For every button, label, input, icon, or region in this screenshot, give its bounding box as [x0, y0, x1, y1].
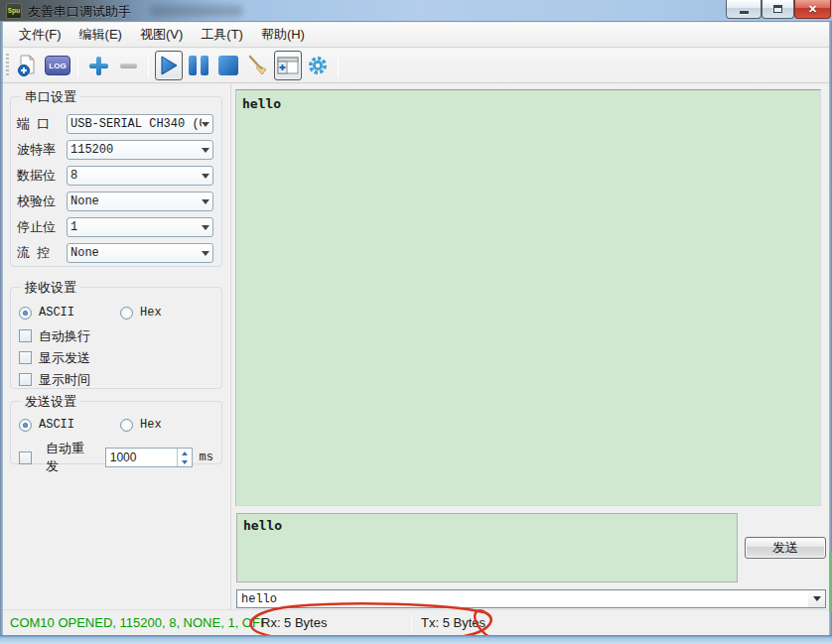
auto-resend-row: 自动重发 1000 ms — [19, 440, 213, 475]
close-button[interactable]: ✕ — [794, 0, 831, 19]
baudrate-row: 波特率 115200 — [17, 140, 213, 160]
send-hex-label: Hex — [140, 418, 162, 432]
receive-terminal[interactable]: hello — [235, 89, 821, 506]
databits-row: 数据位 8 — [17, 166, 213, 186]
maximize-button[interactable] — [762, 0, 794, 19]
send-ascii-radio[interactable] — [19, 419, 32, 432]
baudrate-label: 波特率 — [17, 141, 67, 159]
menubar: 文件(F) 编辑(E) 视图(V) 工具(T) 帮助(H) — [3, 23, 829, 48]
auto-newline-checkbox[interactable] — [19, 329, 32, 342]
receive-settings-group: 接收设置 ASCII Hex 自动换行 显示发送 显示时间 — [10, 287, 222, 389]
receive-hex-radio[interactable] — [120, 307, 133, 320]
glass-blur-artifact — [149, 5, 243, 17]
combo-dropdown-button[interactable] — [808, 590, 825, 607]
remove-button[interactable] — [114, 51, 142, 80]
window-border-bottom — [0, 635, 832, 644]
send-ascii-label: ASCII — [39, 418, 74, 432]
menu-file[interactable]: 文件(F) — [10, 23, 70, 47]
auto-resend-checkbox[interactable] — [19, 451, 32, 464]
settings-panel: 串口设置 端 口 USB-SERIAL CH340 (COM10 波特率 115… — [3, 83, 231, 609]
auto-newline-row: 自动换行 — [19, 327, 213, 344]
show-time-label: 显示时间 — [39, 371, 90, 389]
chevron-down-icon — [202, 148, 209, 153]
receive-ascii-radio[interactable] — [19, 307, 32, 320]
stop-button[interactable] — [214, 51, 242, 80]
resend-interval-value[interactable]: 1000 — [106, 449, 177, 466]
combo-value: hello — [241, 592, 277, 606]
menu-help[interactable]: 帮助(H) — [252, 23, 314, 47]
play-icon — [158, 55, 180, 76]
auto-resend-label: 自动重发 — [46, 440, 96, 475]
minimize-icon — [740, 11, 749, 14]
show-send-checkbox[interactable] — [19, 351, 32, 364]
menu-view[interactable]: 视图(V) — [131, 23, 192, 47]
start-button[interactable] — [155, 51, 183, 80]
pause-icon — [189, 56, 208, 75]
pause-button[interactable] — [185, 51, 212, 80]
panel-icon — [277, 56, 299, 75]
toolbar: LOG — [3, 49, 829, 83]
flowcontrol-select[interactable]: None — [67, 243, 213, 263]
minimize-button[interactable] — [726, 0, 762, 19]
parity-label: 校验位 — [17, 193, 67, 210]
receive-settings-title: 接收设置 — [21, 279, 80, 297]
send-settings-title: 发送设置 — [21, 393, 80, 411]
send-settings-group: 发送设置 ASCII Hex 自动重发 1000 — [10, 401, 222, 464]
port-label: 端 口 — [17, 115, 67, 133]
titlebar[interactable]: Spu 友善串口调试助手 ✕ — [0, 0, 832, 22]
app-icon: Spu — [6, 3, 22, 19]
databits-select[interactable]: 8 — [67, 166, 213, 186]
show-send-label: 显示发送 — [39, 349, 90, 367]
parity-select[interactable]: None — [67, 192, 213, 211]
resend-interval-spinner[interactable]: 1000 — [105, 448, 193, 467]
toggle-panel-button[interactable] — [274, 51, 302, 80]
serial-settings-group: 串口设置 端 口 USB-SERIAL CH340 (COM10 波特率 115… — [10, 96, 222, 267]
toolbar-separator — [338, 54, 339, 77]
menu-edit[interactable]: 编辑(E) — [70, 23, 131, 47]
main-content: 串口设置 端 口 USB-SERIAL CH340 (COM10 波特率 115… — [3, 83, 829, 609]
minus-icon — [120, 64, 137, 68]
maximize-icon — [773, 5, 782, 13]
spin-down-icon[interactable] — [178, 457, 192, 466]
show-time-checkbox[interactable] — [19, 373, 32, 386]
stopbits-select[interactable]: 1 — [67, 217, 213, 237]
gear-icon — [306, 54, 330, 77]
receive-mode-row: ASCII Hex — [19, 304, 213, 322]
settings-button[interactable] — [304, 51, 332, 80]
new-file-icon — [16, 54, 40, 77]
send-hex-radio[interactable] — [120, 419, 133, 432]
plus-icon — [89, 57, 108, 75]
window-title: 友善串口调试助手 — [28, 3, 131, 21]
stopbits-row: 停止位 1 — [17, 217, 213, 237]
close-icon: ✕ — [808, 3, 817, 16]
chevron-down-icon — [813, 596, 821, 601]
broom-icon — [246, 54, 270, 77]
chevron-down-icon — [202, 174, 209, 179]
connection-status: COM10 OPENED, 115200, 8, NONE, 1, OFF — [3, 615, 251, 630]
add-button[interactable] — [84, 51, 112, 80]
send-history-combo[interactable]: hello — [236, 589, 826, 608]
port-row: 端 口 USB-SERIAL CH340 (COM10 — [17, 114, 213, 134]
show-send-row: 显示发送 — [19, 349, 213, 366]
flowcontrol-label: 流 控 — [17, 244, 67, 262]
clear-button[interactable] — [244, 51, 272, 80]
port-select[interactable]: USB-SERIAL CH340 (COM10 — [67, 114, 213, 134]
spin-up-icon[interactable] — [178, 449, 192, 457]
log-window-button[interactable]: LOG — [44, 51, 71, 80]
tx-bytes-counter: Tx: 5 Bytes — [412, 615, 561, 630]
statusbar: COM10 OPENED, 115200, 8, NONE, 1, OFF Rx… — [3, 609, 829, 635]
send-mode-row: ASCII Hex — [19, 416, 213, 434]
menu-tools[interactable]: 工具(T) — [192, 23, 252, 47]
stopbits-label: 停止位 — [17, 218, 67, 236]
send-textarea[interactable]: hello — [236, 513, 738, 582]
spinner-buttons[interactable] — [177, 449, 192, 466]
chevron-down-icon — [202, 122, 209, 127]
show-time-row: 显示时间 — [19, 371, 213, 388]
ms-unit-label: ms — [200, 451, 213, 464]
databits-label: 数据位 — [17, 167, 67, 185]
baudrate-select[interactable]: 115200 — [67, 140, 213, 160]
auto-newline-label: 自动换行 — [39, 327, 90, 345]
new-log-file-button[interactable] — [14, 51, 42, 80]
send-button[interactable]: 发送 — [745, 537, 826, 559]
toolbar-separator — [77, 54, 78, 77]
